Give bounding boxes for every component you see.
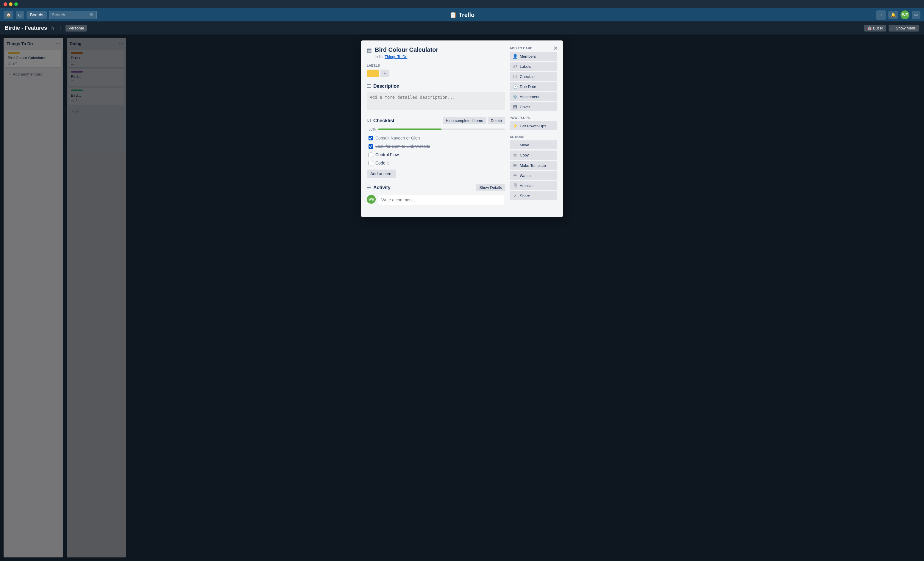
share-icon: ↗ <box>513 193 518 198</box>
butler-button[interactable]: 🤖 Butler <box>864 25 886 31</box>
checklist-item-text-1: Consult Naveen or Glen <box>375 136 503 141</box>
checklist-checkbox-2[interactable] <box>369 144 373 149</box>
hide-completed-button[interactable]: Hide completed items <box>442 117 486 124</box>
progress-percent: 50% <box>367 127 376 132</box>
titlebar <box>0 0 924 8</box>
modal-overlay[interactable]: ✕ ▤ Bird Colour Calculator in list Thing… <box>0 34 924 561</box>
description-icon-main: ☰ <box>367 83 371 89</box>
move-button[interactable]: → Move <box>510 141 557 149</box>
board-content: Things To Do ··· Bird Colour Calculator … <box>0 34 924 561</box>
divider: | <box>60 25 61 31</box>
labels-button[interactable]: 🏷 Labels <box>510 62 557 71</box>
progress-bar-background <box>378 129 505 130</box>
card-detail-icon: ▤ <box>367 47 372 54</box>
share-button[interactable]: ↗ Share <box>510 191 557 200</box>
labels-title: LABELS <box>367 64 505 67</box>
checklist-item-3: Control Flow <box>367 151 505 158</box>
archive-icon: 🗄 <box>513 183 518 188</box>
actions-title: ACTIONS <box>510 135 557 139</box>
home-button[interactable]: 🏠 <box>4 11 14 19</box>
show-menu-button[interactable]: ··· Show Menu <box>889 25 920 31</box>
add-checklist-item-button[interactable]: Add an item <box>367 169 396 178</box>
modal-sidebar: ADD TO CARD 👤 Members 🏷 Labels ☑ Checkli… <box>510 46 557 211</box>
boards-icon-button[interactable]: ⊞ <box>16 11 24 19</box>
template-icon: ⊞ <box>513 163 518 168</box>
activity-icon: ☰ <box>367 185 371 190</box>
minimize-window-button[interactable] <box>9 2 12 6</box>
list-ref-link[interactable]: Things To Do <box>385 54 407 59</box>
checklist-checkbox-1[interactable] <box>369 136 373 141</box>
attachment-icon: 📎 <box>513 94 518 99</box>
notifications-button[interactable]: 🔔 <box>888 11 898 19</box>
checklist-button[interactable]: ☑ Checklist <box>510 72 557 81</box>
labels-row: ＋ <box>367 70 505 77</box>
card-detail-modal: ✕ ▤ Bird Colour Calculator in list Thing… <box>361 40 563 217</box>
due-date-button[interactable]: 🕐 Due Date <box>510 82 557 91</box>
activity-title: Activity <box>373 185 474 190</box>
attachment-button[interactable]: 📎 Attachment <box>510 92 557 101</box>
checklist-item-text-2: Look for Gem to Link Website <box>375 144 503 149</box>
activity-section: ☰ Activity Show Details WE <box>367 184 505 205</box>
comment-input[interactable] <box>378 195 505 205</box>
copy-button[interactable]: ⧉ Copy <box>510 151 557 160</box>
nav-right-area: ＋ 🔔 WE ⚙ <box>876 10 920 19</box>
close-modal-button[interactable]: ✕ <box>551 44 560 52</box>
checklist-section: ☑ Checklist Hide completed items Delete … <box>367 117 505 178</box>
move-icon: → <box>513 142 518 147</box>
show-details-button[interactable]: Show Details <box>476 184 505 191</box>
checklist-item-1: Consult Naveen or Glen <box>367 135 505 142</box>
checklist-checkbox-3[interactable] <box>369 153 373 157</box>
make-template-button[interactable]: ⊞ Make Template <box>510 161 557 170</box>
trello-logo: 📋Trello <box>450 11 474 18</box>
avatar[interactable]: WE <box>900 10 909 19</box>
checklist-items-list: Consult Naveen or Glen Look for Gem to L… <box>367 135 505 166</box>
cover-button[interactable]: 🖼 Cover <box>510 102 557 111</box>
modal-title-area: Bird Colour Calculator in list Things To… <box>375 46 505 59</box>
description-section: ☰ Description <box>367 83 505 111</box>
close-window-button[interactable] <box>4 2 7 6</box>
board-right: 🤖 Butler ··· Show Menu <box>864 25 919 31</box>
activity-header: ☰ Activity Show Details <box>367 184 505 191</box>
members-icon: 👤 <box>513 54 518 58</box>
search-icon: 🔍 <box>90 13 94 17</box>
labels-icon: 🏷 <box>513 64 518 69</box>
boards-button[interactable]: Boards <box>27 11 47 19</box>
checklist-title: Checklist <box>373 118 440 123</box>
label-yellow-chip[interactable] <box>367 70 379 77</box>
get-power-ups-button[interactable]: ⚡ Get Power-Ups <box>510 121 557 130</box>
workspace-button[interactable]: Personal <box>66 25 87 31</box>
create-button[interactable]: ＋ <box>876 10 886 19</box>
description-textarea[interactable] <box>367 92 505 110</box>
due-date-icon: 🕐 <box>513 84 518 89</box>
progress-row: 50% <box>367 127 505 132</box>
modal-main-content: ▤ Bird Colour Calculator in list Things … <box>361 40 563 217</box>
checklist-checkbox-4[interactable] <box>369 161 373 165</box>
settings-button[interactable]: ⚙ <box>912 11 920 19</box>
comment-avatar: WE <box>367 195 376 204</box>
power-ups-title: POWER-UPS <box>510 116 557 120</box>
modal-header: ▤ Bird Colour Calculator in list Things … <box>367 46 505 59</box>
maximize-window-button[interactable] <box>14 2 18 6</box>
watch-icon: 👁 <box>513 173 518 178</box>
progress-bar-fill <box>378 129 441 130</box>
watch-button[interactable]: 👁 Watch <box>510 171 557 180</box>
menu-dots-icon: ··· <box>891 26 895 30</box>
add-label-button[interactable]: ＋ <box>380 70 389 77</box>
power-ups-section: POWER-UPS ⚡ Get Power-Ups <box>510 116 557 130</box>
star-icon[interactable]: ☆ <box>51 25 55 31</box>
modal-list-ref: in list Things To Do <box>375 54 505 59</box>
modal-card-title: Bird Colour Calculator <box>375 46 505 53</box>
delete-checklist-button[interactable]: Delete <box>488 117 505 124</box>
checklist-item-4: Code it <box>367 159 505 166</box>
top-navigation: 🏠 ⊞ Boards 🔍 📋Trello ＋ 🔔 WE ⚙ <box>0 8 924 21</box>
board-header: Birdie - Features ☆ | Personal 🤖 Butler … <box>0 21 924 34</box>
activity-comment-row: WE <box>367 195 505 205</box>
modal-body: ▤ Bird Colour Calculator in list Things … <box>367 46 505 211</box>
board-title[interactable]: Birdie - Features <box>5 25 47 31</box>
members-button[interactable]: 👤 Members <box>510 52 557 61</box>
cover-icon: 🖼 <box>513 105 518 109</box>
checklist-sidebar-icon: ☑ <box>513 74 518 79</box>
archive-button[interactable]: 🗄 Archive <box>510 181 557 190</box>
description-title: Description <box>373 84 399 89</box>
checklist-header: ☑ Checklist Hide completed items Delete <box>367 117 505 124</box>
